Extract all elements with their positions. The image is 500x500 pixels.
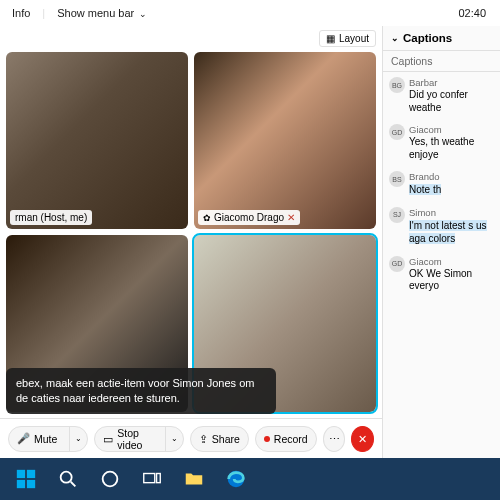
stop-video-button[interactable]: ▭ Stop video ⌄ xyxy=(94,426,183,452)
caption-speaker: Barbar xyxy=(409,77,494,88)
svg-rect-0 xyxy=(17,470,25,478)
participant-tile[interactable]: ✿ Giacomo Drago ✕ xyxy=(194,52,376,229)
more-icon: ⋯ xyxy=(329,433,340,445)
record-icon xyxy=(264,436,270,442)
caption-speaker: Giacom xyxy=(409,256,494,267)
file-explorer-button[interactable] xyxy=(174,459,214,499)
caption-entry[interactable]: SJSimonI'm not latest s us aga colors xyxy=(383,202,500,251)
reaction-icon: ✿ xyxy=(203,213,211,223)
share-icon: ⇪ xyxy=(199,433,208,445)
close-icon: ✕ xyxy=(358,433,367,445)
svg-point-4 xyxy=(61,472,72,483)
chevron-down-icon: ⌄ xyxy=(139,9,147,19)
participant-name-tag: ✿ Giacomo Drago ✕ xyxy=(198,210,300,225)
captions-title: Captions xyxy=(403,32,452,44)
search-icon xyxy=(57,468,79,490)
avatar: BG xyxy=(389,77,405,93)
caption-speaker: Brando xyxy=(409,171,494,182)
mute-dropdown[interactable]: ⌄ xyxy=(69,427,87,451)
svg-rect-3 xyxy=(27,480,35,488)
caption-text: OK We Simon everyo xyxy=(409,268,494,293)
caption-entry[interactable]: BGBarbarDid yo confer weathe xyxy=(383,72,500,119)
top-bar: Info | Show menu bar ⌄ 02:40 xyxy=(0,0,500,26)
mute-label: Mute xyxy=(34,433,57,445)
chevron-down-icon: ⌄ xyxy=(391,33,399,43)
video-grid: rman (Host, me) ✿ Giacomo Drago ✕ xyxy=(0,26,382,418)
folder-icon xyxy=(183,468,205,490)
caption-text: I'm not latest s us aga colors xyxy=(409,219,494,246)
windows-taskbar xyxy=(0,458,500,500)
control-bar: 🎤 Mute ⌄ ▭ Stop video ⌄ ⇪ Share xyxy=(0,418,382,458)
participant-name: rman (Host, me) xyxy=(15,212,87,223)
record-button[interactable]: Record xyxy=(255,426,317,452)
caption-text: Did yo confer weathe xyxy=(409,89,494,114)
show-menu-bar-label: Show menu bar xyxy=(57,7,134,19)
caption-text: Note th xyxy=(409,183,494,197)
start-button[interactable] xyxy=(6,459,46,499)
svg-rect-1 xyxy=(27,470,35,478)
share-button[interactable]: ⇪ Share xyxy=(190,426,249,452)
caption-entry[interactable]: GDGiacomYes, th weathe enjoye xyxy=(383,119,500,166)
grid-icon: ▦ xyxy=(326,33,335,44)
record-label: Record xyxy=(274,433,308,445)
video-label: Stop video xyxy=(117,427,152,451)
avatar: GD xyxy=(389,256,405,272)
captions-panel: ⌄ Captions Captions BGBarbarDid yo confe… xyxy=(382,26,500,458)
caption-entry[interactable]: BSBrandoNote th xyxy=(383,166,500,202)
info-menu[interactable]: Info xyxy=(8,7,34,19)
cortana-button[interactable] xyxy=(90,459,130,499)
task-view-icon xyxy=(141,468,163,490)
windows-icon xyxy=(15,468,37,490)
camera-icon: ▭ xyxy=(103,433,113,445)
participant-name: Giacomo Drago xyxy=(214,212,284,223)
avatar: GD xyxy=(389,124,405,140)
caption-text: Yes, th weathe enjoye xyxy=(409,136,494,161)
captions-tab[interactable]: Captions xyxy=(383,51,500,72)
svg-rect-2 xyxy=(17,480,25,488)
video-stage: ▦ Layout rman (Host, me) ✿ Giacomo Drago… xyxy=(0,26,382,458)
end-call-button[interactable]: ✕ xyxy=(351,426,374,452)
caption-entry[interactable]: GDGiacomOK We Simon everyo xyxy=(383,251,500,298)
captions-list: BGBarbarDid yo confer weatheGDGiacomYes,… xyxy=(383,72,500,458)
meeting-clock: 02:40 xyxy=(458,7,492,19)
mute-button[interactable]: 🎤 Mute ⌄ xyxy=(8,426,88,452)
layout-button[interactable]: ▦ Layout xyxy=(319,30,376,47)
avatar: BS xyxy=(389,171,405,187)
show-menu-bar[interactable]: Show menu bar ⌄ xyxy=(53,7,151,19)
task-view-button[interactable] xyxy=(132,459,172,499)
participant-name-tag: rman (Host, me) xyxy=(10,210,92,225)
video-dropdown[interactable]: ⌄ xyxy=(165,427,183,451)
caption-speaker: Simon xyxy=(409,207,494,218)
live-caption-text: ebex, maak een actie-item voor Simon Jon… xyxy=(16,377,254,404)
mic-icon: 🎤 xyxy=(17,432,30,445)
search-button[interactable] xyxy=(48,459,88,499)
svg-rect-8 xyxy=(157,474,161,483)
live-caption-overlay: ebex, maak een actie-item voor Simon Jon… xyxy=(6,368,276,414)
edge-button[interactable] xyxy=(216,459,256,499)
caption-speaker: Giacom xyxy=(409,124,494,135)
captions-panel-header[interactable]: ⌄ Captions xyxy=(383,26,500,51)
layout-label: Layout xyxy=(339,33,369,44)
share-label: Share xyxy=(212,433,240,445)
more-button[interactable]: ⋯ xyxy=(323,426,346,452)
participant-tile[interactable]: rman (Host, me) xyxy=(6,52,188,229)
cortana-icon xyxy=(99,468,121,490)
edge-icon xyxy=(225,468,247,490)
svg-line-5 xyxy=(71,482,76,487)
mic-muted-icon: ✕ xyxy=(287,212,295,223)
avatar: SJ xyxy=(389,207,405,223)
meeting-window: Info | Show menu bar ⌄ 02:40 ▦ Layout rm… xyxy=(0,0,500,458)
svg-rect-7 xyxy=(144,474,155,483)
svg-point-6 xyxy=(103,472,118,487)
